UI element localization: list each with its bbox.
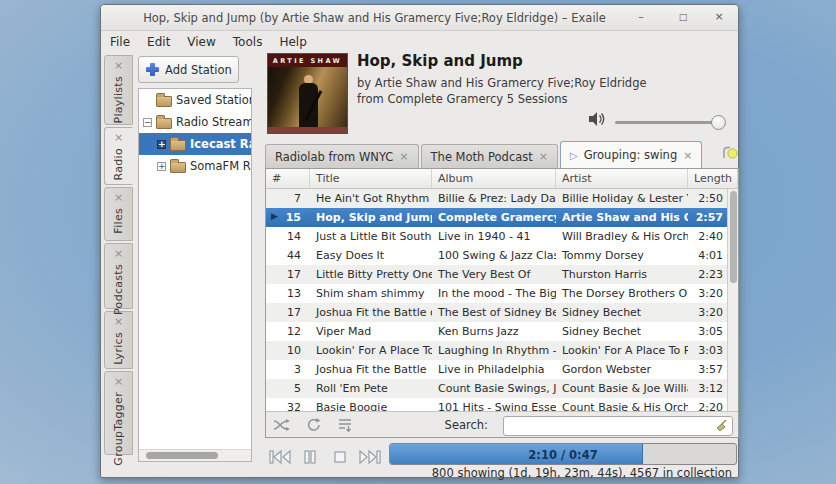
cell-album: Billie & Prez: Lady Day & … <box>432 189 556 208</box>
folder-icon <box>170 140 186 151</box>
playlist-tab-label: The Moth Podcast <box>431 150 533 164</box>
stop-button[interactable] <box>327 446 353 467</box>
minimize-button[interactable]: – <box>632 9 650 25</box>
cell-artist: Sidney Bechet <box>556 322 688 341</box>
playlist-tab-grouping-swing[interactable]: ▷Grouping: swing× <box>560 141 702 168</box>
tree-item-radio-streams[interactable]: −Radio Streams <box>139 111 251 133</box>
column-header-title[interactable]: Title <box>310 169 432 188</box>
track-row[interactable]: 15▶Hop, Skip and JumpComplete Gramercy 5… <box>266 208 738 227</box>
track-row[interactable]: 14Just a Little Bit South of …Live in 19… <box>266 227 738 246</box>
cell-title: Roll 'Em Pete <box>310 379 432 398</box>
menu-view[interactable]: View <box>187 35 215 49</box>
close-icon[interactable]: × <box>114 192 123 204</box>
column-header-num[interactable]: # <box>266 169 310 188</box>
sidebar-tab-label: GroupTagger <box>112 392 125 466</box>
tree-item-saved-stations[interactable]: Saved Stations <box>139 89 251 111</box>
menu-tools[interactable]: Tools <box>233 35 263 49</box>
playlist-tab-radiolab-from-wnyc[interactable]: Radiolab from WNYC× <box>265 144 419 168</box>
track-row[interactable]: 32Basie Boogie101 Hits - Swing Essential… <box>266 398 738 411</box>
collection-status-text: 800 showing (1d, 19h, 23m, 44s), 4567 in… <box>432 466 732 480</box>
scrollbar-thumb[interactable] <box>730 191 737 283</box>
sidebar-tab-grouptagger[interactable]: ×GroupTagger <box>104 371 133 455</box>
track-row[interactable]: 12Viper MadKen Burns JazzSidney Bechet3:… <box>266 322 738 341</box>
cell-artist: Will Bradley & His Orchestra <box>556 227 688 246</box>
cell-title: Just a Little Bit South of … <box>310 227 432 246</box>
scrollbar-thumb[interactable] <box>146 452 218 459</box>
close-icon[interactable]: × <box>399 150 408 163</box>
track-row[interactable]: 13Shim sham shimmyIn the mood - The Big … <box>266 284 738 303</box>
cell-artist: Lookin' For A Place To Park <box>556 341 688 360</box>
menu-edit[interactable]: Edit <box>147 35 170 49</box>
column-header-length[interactable]: Length <box>688 169 738 188</box>
track-row[interactable]: 7He Ain't Got RhythmBillie & Prez: Lady … <box>266 189 738 208</box>
add-station-button[interactable]: Add Station <box>138 56 239 83</box>
playlist-menu-icon[interactable] <box>722 145 739 164</box>
tree-item-label: Saved Stations <box>176 93 252 107</box>
cell-album: Complete Gramercy 5 Ses… <box>432 208 556 227</box>
sidebar-tab-files[interactable]: ×Files <box>104 187 133 241</box>
search-input[interactable] <box>503 416 733 436</box>
track-row[interactable]: 3Joshua Fit the BattleLive in Philadelph… <box>266 360 738 379</box>
column-header-artist[interactable]: Artist <box>556 169 688 188</box>
expand-icon[interactable]: + <box>157 140 166 149</box>
menu-help[interactable]: Help <box>279 35 306 49</box>
cell-title: Basie Boogie <box>310 398 432 411</box>
sidebar-tab-podcasts[interactable]: ×Podcasts <box>104 243 133 309</box>
track-row[interactable]: 10Lookin' For A Place To ParkLaughing In… <box>266 341 738 360</box>
next-track-button[interactable] <box>357 446 383 467</box>
close-icon[interactable]: × <box>114 376 123 388</box>
previous-track-button[interactable] <box>267 446 293 467</box>
now-playing-artist: by Artie Shaw and His Gramercy Five;Roy … <box>357 76 647 90</box>
close-icon[interactable]: × <box>114 248 123 260</box>
search-box <box>503 415 733 435</box>
table-vertical-scrollbar[interactable] <box>727 189 738 411</box>
track-row[interactable]: 44Easy Does It100 Swing & Jazz ClassicsT… <box>266 246 738 265</box>
sidebar-tab-playlists[interactable]: ×Playlists <box>104 55 133 125</box>
volume-icon[interactable] <box>588 111 608 131</box>
pause-button[interactable] <box>297 446 323 467</box>
shuffle-icon[interactable] <box>273 418 291 432</box>
track-row[interactable]: 17Little Bitty Pretty OneThe Very Best O… <box>266 265 738 284</box>
sidebar-tab-radio[interactable]: ×Radio <box>104 127 133 185</box>
collapse-icon[interactable]: − <box>143 118 152 127</box>
cell-album: 100 Swing & Jazz Classics <box>432 246 556 265</box>
side-tab-strip: ×Playlists×Radio×Files×Podcasts×Lyrics×G… <box>104 55 133 455</box>
cell-title: Hop, Skip and Jump <box>310 208 432 227</box>
expand-icon[interactable]: + <box>157 162 166 171</box>
sidebar-tab-label: Lyrics <box>112 332 125 365</box>
volume-slider[interactable] <box>615 121 721 124</box>
cell-num: 17 <box>266 303 310 322</box>
clear-search-icon[interactable] <box>714 417 730 437</box>
close-icon[interactable]: × <box>114 316 123 328</box>
tree-item-somafm-radio[interactable]: +SomaFM Radio <box>139 155 251 177</box>
cell-album: Laughing In Rhythm - Disc… <box>432 341 556 360</box>
sidebar-tab-lyrics[interactable]: ×Lyrics <box>104 311 133 369</box>
repeat-icon[interactable] <box>306 418 322 432</box>
close-icon[interactable]: × <box>683 149 692 162</box>
window-title: Hop, Skip and Jump (by Artie Shaw and Hi… <box>101 11 648 25</box>
close-icon[interactable]: × <box>539 150 548 163</box>
now-playing-title: Hop, Skip and Jump <box>357 52 523 70</box>
volume-knob[interactable] <box>711 115 726 130</box>
cell-album: Ken Burns Jazz <box>432 322 556 341</box>
cell-num: 3 <box>266 360 310 379</box>
close-icon[interactable]: × <box>114 60 123 72</box>
title-bar[interactable]: Hop, Skip and Jump (by Artie Shaw and Hi… <box>101 5 738 31</box>
cell-artist: Thurston Harris <box>556 265 688 284</box>
seek-bar[interactable]: 2:10 / 0:47 <box>389 443 737 465</box>
sidebar-tab-label: Podcasts <box>112 264 125 315</box>
maximize-button[interactable]: □ <box>674 9 692 25</box>
close-button[interactable]: × <box>710 9 728 25</box>
track-row[interactable]: 17Joshua Fit the Battle of J…The Best of… <box>266 303 738 322</box>
cell-artist: Artie Shaw and His Gram… <box>556 208 688 227</box>
close-icon[interactable]: × <box>114 132 123 144</box>
tree-item-icecast-radio[interactable]: +Icecast Radio <box>139 133 251 155</box>
dynamic-playlist-icon[interactable] <box>337 418 353 432</box>
menu-file[interactable]: File <box>110 35 130 49</box>
column-header-album[interactable]: Album <box>432 169 556 188</box>
track-row[interactable]: 5Roll 'Em PeteCount Basie Swings, Joe …C… <box>266 379 738 398</box>
plus-icon <box>146 63 159 76</box>
playing-track-icon: ▶ <box>271 211 278 221</box>
tree-horizontal-scrollbar[interactable] <box>139 449 251 461</box>
playlist-tab-the-moth-podcast[interactable]: The Moth Podcast× <box>421 144 558 168</box>
